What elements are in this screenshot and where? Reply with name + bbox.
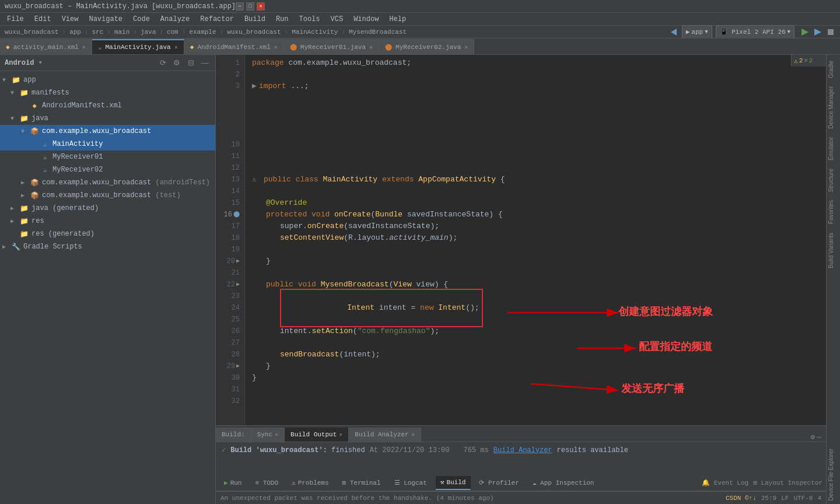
tab-build-output[interactable]: Build Output ✕ (285, 428, 349, 442)
run-icon[interactable] (800, 27, 810, 37)
menu-code[interactable]: Code (128, 14, 155, 24)
settings-icon[interactable]: ⚙ (811, 433, 815, 442)
debug-icon[interactable] (813, 27, 822, 37)
build-analyzer-close[interactable]: ✕ (411, 431, 415, 438)
code-editor[interactable]: 1 2 3 10 11 12 13 14 15 16 ⬤ 17 18 1 (216, 55, 826, 425)
warning-indicator[interactable]: ⚠ 2 × 2 (791, 55, 826, 66)
stop-icon[interactable] (826, 27, 835, 37)
tree-java-generated[interactable]: ▶ 📁 java (generated) (0, 202, 215, 215)
breadcrumb-main[interactable]: main (114, 29, 130, 36)
collapse-icon[interactable]: ⊟ (185, 57, 197, 69)
tab-manifest[interactable]: ◆ AndroidManifest.xml ✕ (184, 39, 284, 54)
device-config[interactable]: 📱 Pixel 2 API 26▼ (716, 25, 794, 39)
build-variants-btn[interactable]: Build Variants (827, 229, 840, 272)
tree-mainactivity[interactable]: ☕ MainActivity (0, 138, 215, 150)
menu-run[interactable]: Run (271, 14, 293, 24)
code-line-blank3 (252, 116, 819, 127)
tree-myreceiver02[interactable]: ☕ MyReceiver02 (0, 163, 215, 176)
code-line-14 (252, 186, 819, 197)
tab-build-label[interactable]: Build: (216, 428, 251, 442)
gear-icon[interactable]: ⚙ (171, 57, 183, 69)
breadcrumb-wuxu2[interactable]: wuxu_broadcast (227, 29, 281, 36)
breadcrumb-app[interactable]: app (69, 29, 81, 36)
app-config[interactable]: ▶app▼ (682, 25, 712, 39)
tab-receiver01[interactable]: ⬤ MyReceiver01.java ✕ (284, 39, 379, 54)
cursor-position[interactable]: 25:9 (761, 495, 776, 502)
sync-icon[interactable]: ⟳ (157, 57, 169, 69)
structure-btn[interactable]: Structure (827, 165, 840, 196)
tree-package-android-test[interactable]: ▶ 📦 com.example.wuxu_broadcast (androidT… (0, 176, 215, 189)
run-tab-appinspection[interactable]: ☁ App Inspection (528, 476, 600, 490)
build-result-row: ✓ Build 'wuxu_broadcast': finished At 20… (222, 446, 820, 454)
tab-close-r2[interactable]: ✕ (464, 44, 468, 51)
menu-help[interactable]: Help (384, 14, 411, 24)
menu-analyze[interactable]: Analyze (156, 14, 194, 24)
menu-navigate[interactable]: Navigate (84, 14, 127, 24)
tab-close-main[interactable]: ✕ (174, 44, 178, 51)
tree-package-main[interactable]: ▼ 📦 com.example.wuxu_broadcast (0, 125, 215, 138)
menu-edit[interactable]: Edit (30, 14, 56, 24)
code-content[interactable]: package com.example.wuxu_broadcast; ▶imp… (245, 55, 826, 425)
breadcrumb-method[interactable]: MysendBroadcast (349, 29, 407, 36)
tab-close-r1[interactable]: ✕ (369, 44, 373, 51)
tab-close-manifest[interactable]: ✕ (274, 44, 278, 51)
tree-res[interactable]: ▶ 📁 res (0, 215, 215, 228)
run-tab-problems[interactable]: ⚠ Problems (287, 476, 334, 490)
run-tab-build[interactable]: ⚒ Build (436, 476, 471, 490)
breadcrumb-mainactivity[interactable]: MainActivity (292, 29, 338, 36)
tab-close-activity[interactable]: ✕ (82, 44, 86, 51)
layout-inspector-link[interactable]: ⊞ Layout Inspector (753, 479, 822, 487)
run-tab-logcat[interactable]: ☰ Logcat (390, 476, 432, 490)
tab-mainactivity[interactable]: ☕ MainActivity.java ✕ (92, 39, 184, 54)
tree-res-generated[interactable]: 📁 res (generated) (0, 228, 215, 240)
menu-view[interactable]: View (57, 14, 83, 24)
tree-app[interactable]: ▼ 📁 app (0, 74, 215, 86)
breadcrumb-com[interactable]: com (167, 29, 178, 36)
maximize-button[interactable]: □ (246, 2, 254, 10)
tab-build-analyzer[interactable]: Build Analyzer ✕ (349, 428, 421, 442)
breadcrumb-wuxu[interactable]: wuxu_broadcast (5, 29, 58, 36)
menu-window[interactable]: Window (349, 14, 383, 24)
build-analyzer-link[interactable]: Build Analyzer (494, 446, 552, 454)
breadcrumb-src[interactable]: src (92, 29, 103, 36)
device-manager-btn[interactable]: Device Manager (827, 83, 840, 132)
menu-vcs[interactable]: VCS (326, 14, 348, 24)
build-output-close[interactable]: ✕ (339, 431, 342, 438)
minimize-button[interactable]: — (236, 2, 244, 10)
tab-activity-main[interactable]: ◆ activity_main.xml ✕ (0, 39, 92, 54)
close-button[interactable]: ✕ (257, 2, 265, 10)
menu-tools[interactable]: Tools (295, 14, 325, 24)
sync-close[interactable]: ✕ (275, 431, 278, 438)
menu-build[interactable]: Build (240, 14, 270, 24)
tree-myreceiver01[interactable]: ☕ MyReceiver01 (0, 150, 215, 163)
tree-package-test[interactable]: ▶ 📦 com.example.wuxu_broadcast (test) (0, 189, 215, 202)
run-tab-run[interactable]: ▶ Run (219, 476, 247, 490)
favorites-btn[interactable]: Favorites (827, 197, 840, 228)
tree-androidmanifest[interactable]: ◆ AndroidManifest.xml (0, 99, 215, 112)
run-tab-profiler[interactable]: ⟳ Profiler (474, 476, 524, 490)
tree-manifests[interactable]: ▼ 📁 manifests (0, 86, 215, 99)
breadcrumb-example[interactable]: example (189, 29, 216, 36)
tab-receiver02[interactable]: ⬤ MyReceiver02.java ✕ (379, 39, 474, 54)
gradle-panel-btn[interactable]: Gradle (827, 57, 840, 82)
event-log-link[interactable]: 🔔 Event Log (702, 479, 748, 487)
chevron-icon[interactable]: ▼ (38, 60, 41, 66)
emulator-btn[interactable]: Emulator (827, 134, 840, 164)
svg-rect-3 (828, 29, 834, 35)
breadcrumb-java[interactable]: java (141, 29, 156, 36)
encoding-indicator[interactable]: UTF-8 (793, 495, 813, 502)
lf-indicator[interactable]: LF (781, 495, 789, 502)
tree-gradle[interactable]: ▶ 🔧 Gradle Scripts (0, 240, 215, 253)
indent-indicator[interactable]: 4 (817, 495, 821, 502)
menu-file[interactable]: File (2, 14, 29, 24)
run-tab-todo[interactable]: ≡ TODO (250, 476, 284, 490)
tab-sync[interactable]: Sync ✕ (251, 428, 285, 442)
tree-java[interactable]: ▼ 📁 java (0, 112, 215, 125)
run-tab-terminal[interactable]: ⊞ Terminal (337, 476, 386, 490)
bottom-minimize-icon[interactable]: — (817, 433, 821, 442)
back-icon[interactable] (669, 27, 678, 37)
menu-refactor[interactable]: Refactor (195, 14, 239, 24)
run-tabs-bar: ▶ Run ≡ TODO ⚠ Problems ⊞ Terminal ☰ Log… (216, 475, 826, 491)
device-file-explorer-btn[interactable]: Device File Explorer (827, 445, 840, 504)
hide-icon[interactable]: — (199, 57, 211, 69)
